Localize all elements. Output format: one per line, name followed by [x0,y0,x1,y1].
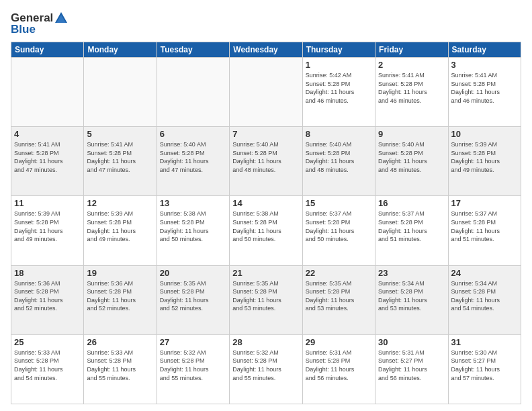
day-info: Sunrise: 5:35 AM Sunset: 5:28 PM Dayligh… [160,279,226,313]
day-number: 15 [306,198,372,208]
day-info: Sunrise: 5:40 AM Sunset: 5:28 PM Dayligh… [306,140,372,174]
calendar-day-cell: 18Sunrise: 5:36 AM Sunset: 5:28 PM Dayli… [11,265,84,334]
calendar-day-cell: 2Sunrise: 5:41 AM Sunset: 5:28 PM Daylig… [375,58,448,127]
day-number: 4 [14,129,81,139]
day-number: 8 [306,129,372,139]
day-number: 22 [306,268,372,278]
day-number: 10 [451,129,518,139]
calendar-header-wednesday: Wednesday [230,42,302,58]
calendar-day-cell: 7Sunrise: 5:40 AM Sunset: 5:28 PM Daylig… [230,127,302,196]
day-number: 28 [232,337,299,347]
calendar-day-cell: 21Sunrise: 5:35 AM Sunset: 5:28 PM Dayli… [230,265,302,334]
calendar-day-cell: 20Sunrise: 5:35 AM Sunset: 5:28 PM Dayli… [157,265,229,334]
day-number: 29 [306,337,372,347]
day-info: Sunrise: 5:32 AM Sunset: 5:28 PM Dayligh… [232,349,299,382]
calendar-day-cell [84,58,157,127]
day-number: 7 [232,129,299,139]
calendar-header-thursday: Thursday [302,42,375,58]
calendar-day-cell: 3Sunrise: 5:41 AM Sunset: 5:28 PM Daylig… [448,58,521,127]
calendar-day-cell: 9Sunrise: 5:40 AM Sunset: 5:28 PM Daylig… [375,127,448,196]
day-number: 5 [87,129,153,139]
day-info: Sunrise: 5:39 AM Sunset: 5:28 PM Dayligh… [451,140,518,174]
day-number: 20 [160,268,226,278]
day-number: 18 [14,268,81,278]
calendar-day-cell [11,58,84,127]
day-info: Sunrise: 5:30 AM Sunset: 5:27 PM Dayligh… [451,349,518,382]
calendar-header-friday: Friday [375,42,448,58]
day-info: Sunrise: 5:37 AM Sunset: 5:28 PM Dayligh… [306,210,372,243]
calendar-day-cell [157,58,229,127]
calendar-week-row: 4Sunrise: 5:41 AM Sunset: 5:28 PM Daylig… [11,127,521,196]
day-info: Sunrise: 5:38 AM Sunset: 5:28 PM Dayligh… [232,210,299,243]
page: General Blue SundayMondayTuesdayWednesda… [0,0,532,411]
day-number: 30 [378,337,445,347]
day-info: Sunrise: 5:32 AM Sunset: 5:28 PM Dayligh… [160,349,226,382]
day-info: Sunrise: 5:40 AM Sunset: 5:28 PM Dayligh… [160,140,226,174]
day-number: 24 [451,268,518,278]
calendar-week-row: 1Sunrise: 5:42 AM Sunset: 5:28 PM Daylig… [11,58,521,127]
day-number: 2 [378,60,445,70]
day-info: Sunrise: 5:41 AM Sunset: 5:28 PM Dayligh… [87,140,153,174]
day-info: Sunrise: 5:35 AM Sunset: 5:28 PM Dayligh… [232,279,299,313]
calendar-header-tuesday: Tuesday [157,42,229,58]
day-number: 1 [306,60,372,70]
day-number: 23 [378,268,445,278]
day-number: 11 [14,198,81,208]
calendar-header-sunday: Sunday [11,42,84,58]
calendar-day-cell: 28Sunrise: 5:32 AM Sunset: 5:28 PM Dayli… [230,334,302,404]
calendar-day-cell: 26Sunrise: 5:33 AM Sunset: 5:28 PM Dayli… [84,334,157,404]
calendar-day-cell: 22Sunrise: 5:35 AM Sunset: 5:28 PM Dayli… [302,265,375,334]
day-info: Sunrise: 5:33 AM Sunset: 5:28 PM Dayligh… [14,349,81,382]
calendar-day-cell: 10Sunrise: 5:39 AM Sunset: 5:28 PM Dayli… [448,127,521,196]
calendar-header-monday: Monday [84,42,157,58]
day-number: 14 [232,198,299,208]
day-number: 31 [451,337,518,347]
day-number: 21 [232,268,299,278]
calendar-day-cell: 5Sunrise: 5:41 AM Sunset: 5:28 PM Daylig… [84,127,157,196]
calendar-day-cell: 1Sunrise: 5:42 AM Sunset: 5:28 PM Daylig… [302,58,375,127]
day-info: Sunrise: 5:40 AM Sunset: 5:28 PM Dayligh… [232,140,299,174]
calendar-day-cell [230,58,302,127]
day-number: 27 [160,337,226,347]
day-info: Sunrise: 5:37 AM Sunset: 5:28 PM Dayligh… [378,210,445,243]
day-info: Sunrise: 5:36 AM Sunset: 5:28 PM Dayligh… [87,279,153,313]
day-number: 9 [378,129,445,139]
logo-icon [54,11,69,26]
day-number: 19 [87,268,153,278]
day-info: Sunrise: 5:41 AM Sunset: 5:28 PM Dayligh… [451,71,518,105]
calendar-header-saturday: Saturday [448,42,521,58]
day-info: Sunrise: 5:34 AM Sunset: 5:28 PM Dayligh… [451,279,518,313]
day-info: Sunrise: 5:38 AM Sunset: 5:28 PM Dayligh… [160,210,226,243]
calendar-day-cell: 6Sunrise: 5:40 AM Sunset: 5:28 PM Daylig… [157,127,229,196]
day-info: Sunrise: 5:35 AM Sunset: 5:28 PM Dayligh… [306,279,372,313]
day-info: Sunrise: 5:39 AM Sunset: 5:28 PM Dayligh… [14,210,81,243]
calendar: SundayMondayTuesdayWednesdayThursdayFrid… [11,42,521,404]
calendar-day-cell: 31Sunrise: 5:30 AM Sunset: 5:27 PM Dayli… [448,334,521,404]
calendar-day-cell: 13Sunrise: 5:38 AM Sunset: 5:28 PM Dayli… [157,196,229,265]
day-number: 26 [87,337,153,347]
calendar-day-cell: 11Sunrise: 5:39 AM Sunset: 5:28 PM Dayli… [11,196,84,265]
day-number: 13 [160,198,226,208]
day-number: 12 [87,198,153,208]
day-info: Sunrise: 5:34 AM Sunset: 5:28 PM Dayligh… [378,279,445,313]
calendar-day-cell: 16Sunrise: 5:37 AM Sunset: 5:28 PM Dayli… [375,196,448,265]
calendar-day-cell: 4Sunrise: 5:41 AM Sunset: 5:28 PM Daylig… [11,127,84,196]
logo-blue-text: Blue [11,23,36,36]
day-number: 17 [451,198,518,208]
day-info: Sunrise: 5:42 AM Sunset: 5:28 PM Dayligh… [306,71,372,105]
calendar-week-row: 18Sunrise: 5:36 AM Sunset: 5:28 PM Dayli… [11,265,521,334]
day-info: Sunrise: 5:33 AM Sunset: 5:28 PM Dayligh… [87,349,153,382]
calendar-week-row: 11Sunrise: 5:39 AM Sunset: 5:28 PM Dayli… [11,196,521,265]
day-info: Sunrise: 5:37 AM Sunset: 5:28 PM Dayligh… [451,210,518,243]
logo: General Blue [11,11,69,36]
day-info: Sunrise: 5:41 AM Sunset: 5:28 PM Dayligh… [14,140,81,174]
calendar-header-row: SundayMondayTuesdayWednesdayThursdayFrid… [11,42,521,58]
calendar-day-cell: 14Sunrise: 5:38 AM Sunset: 5:28 PM Dayli… [230,196,302,265]
calendar-day-cell: 29Sunrise: 5:31 AM Sunset: 5:28 PM Dayli… [302,334,375,404]
calendar-day-cell: 15Sunrise: 5:37 AM Sunset: 5:28 PM Dayli… [302,196,375,265]
day-number: 6 [160,129,226,139]
calendar-day-cell: 23Sunrise: 5:34 AM Sunset: 5:28 PM Dayli… [375,265,448,334]
calendar-day-cell: 24Sunrise: 5:34 AM Sunset: 5:28 PM Dayli… [448,265,521,334]
day-number: 16 [378,198,445,208]
day-number: 3 [451,60,518,70]
